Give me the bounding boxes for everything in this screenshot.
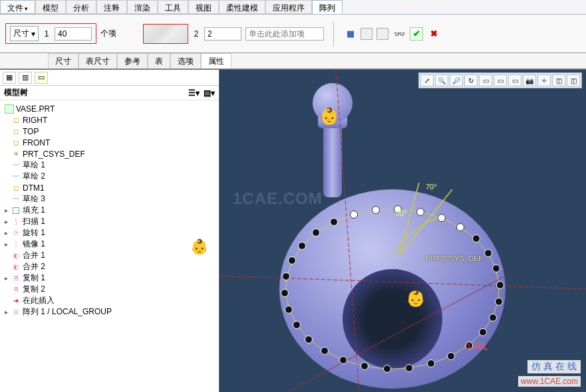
tree-node-dtm1[interactable]: ◻DTM1: [0, 182, 219, 193]
pattern-dot[interactable]: [298, 242, 306, 250]
insert-here-icon: ➔: [11, 296, 21, 306]
angle-90-label: 90°: [396, 209, 407, 217]
menu-view[interactable]: 视图: [188, 0, 219, 14]
menu-file[interactable]: 文件: [0, 0, 35, 14]
pattern-dot[interactable]: [285, 306, 293, 314]
file-icon: [5, 104, 14, 114]
pattern-dot[interactable]: [405, 364, 413, 372]
subtab-properties[interactable]: 属性: [201, 53, 231, 68]
svg-line-3: [399, 189, 452, 256]
expand-icon[interactable]: ▸: [3, 218, 9, 225]
tree-node-insert-here[interactable]: ➔在此插入: [0, 295, 219, 306]
pattern-dot[interactable]: [383, 365, 391, 373]
tree-node-sketch3[interactable]: 〰草绘 3: [0, 193, 219, 205]
tree-node-fill1[interactable]: ▸填充 1: [0, 205, 219, 216]
dir2-count-input[interactable]: [204, 27, 241, 41]
dir1-items-label: 个项: [100, 28, 116, 39]
subtab-table[interactable]: 表: [148, 53, 170, 68]
expand-icon[interactable]: ▸: [3, 207, 9, 214]
pause-icon[interactable]: ▮▮: [343, 27, 357, 41]
expand-icon[interactable]: ▸: [3, 241, 9, 248]
menu-analysis[interactable]: 分析: [66, 0, 96, 14]
dimension-type-dropdown[interactable]: 尺寸▾: [10, 26, 39, 41]
opt-icon-1[interactable]: [361, 28, 372, 40]
pattern-dot[interactable]: [447, 352, 455, 360]
menu-tools[interactable]: 工具: [158, 0, 188, 14]
expand-icon[interactable]: ▸: [3, 274, 9, 282]
fill-icon: [11, 206, 21, 215]
pattern-dot[interactable]: [438, 214, 446, 222]
tree-node-revolve1[interactable]: ▸⟳旋转 1: [0, 227, 219, 239]
tree-root-label: VASE.PRT: [16, 104, 55, 114]
tree-node-front[interactable]: ◻FRONT: [0, 137, 219, 148]
subtab-table-dim[interactable]: 表尺寸: [78, 53, 117, 68]
tree-tb-icon-3[interactable]: ▭: [35, 72, 48, 84]
pattern-dot[interactable]: [288, 256, 296, 264]
tree-node-copy1[interactable]: ▸⎘复制 1: [0, 272, 219, 284]
pattern-dot[interactable]: [456, 223, 464, 231]
expand-icon[interactable]: ▸: [3, 229, 9, 237]
expand-icon[interactable]: ▸: [3, 308, 9, 316]
ok-button[interactable]: ✔: [410, 27, 423, 41]
dir1-count-input[interactable]: [55, 27, 92, 41]
mascot-icon: 👶: [319, 107, 339, 126]
tree-node-sketch2[interactable]: 〰草绘 2: [0, 171, 219, 182]
svg-line-4: [399, 183, 419, 256]
menu-flexible[interactable]: 柔性建模: [219, 0, 265, 14]
tree-tb-icon-2[interactable]: ▥: [19, 72, 32, 84]
pattern-dot[interactable]: [496, 281, 504, 289]
svg-line-0: [336, 70, 359, 392]
pattern-dot[interactable]: [350, 211, 358, 219]
plane-icon: ◻: [11, 183, 21, 193]
plane-icon: ◻: [11, 116, 21, 125]
subtab-options[interactable]: 选项: [170, 53, 201, 68]
tree-node-top[interactable]: ◻TOP: [0, 126, 219, 137]
watermark: 1CAE.COM: [233, 189, 323, 208]
menu-annotate[interactable]: 注释: [96, 0, 127, 14]
tree-node-right[interactable]: ◻RIGHT: [0, 114, 219, 126]
model-tree[interactable]: VASE.PRT ◻RIGHT ◻TOP ◻FRONT ✳PRT_CSYS_DE…: [0, 100, 219, 320]
plane-icon: ◻: [11, 138, 21, 147]
menu-pattern[interactable]: 阵列: [312, 0, 343, 14]
tree-tb-icon-1[interactable]: ▦: [3, 72, 16, 84]
dimension-type-label: 尺寸: [13, 28, 29, 39]
pattern-dot[interactable]: [484, 249, 492, 257]
tree-node-copy2[interactable]: ⎘复制 2: [0, 284, 219, 295]
copy-icon: ⎘: [11, 285, 21, 294]
mirror-icon: ⦚: [11, 240, 21, 249]
sweep-icon: ⟆: [11, 217, 21, 227]
3d-viewport[interactable]: ⤢ 🔍 🔎 ↻ ▭ ▭ ▭ 📷 ✧ ◫ ◫ 70°: [220, 69, 586, 392]
add-item-hint[interactable]: [245, 27, 324, 41]
pattern-dot[interactable]: [305, 336, 313, 343]
pattern-dot[interactable]: [361, 362, 368, 370]
tree-node-merge2[interactable]: ◐合并 2: [0, 261, 219, 272]
tree-node-mirror1[interactable]: ▸⦚镜像 1: [0, 239, 219, 250]
tree-settings-icon[interactable]: ▤▾: [204, 88, 215, 98]
pattern-dot[interactable]: [495, 298, 503, 306]
tree-node-pattern1[interactable]: ▸⊞阵列 1 / LOCAL_GROUP: [0, 306, 219, 318]
csys-label: PRT2CSYS_DEF: [426, 254, 483, 262]
pattern-subtab-bar: 尺寸 表尺寸 参考 表 选项 属性: [0, 53, 586, 69]
menu-render[interactable]: 渲染: [127, 0, 158, 14]
tree-root[interactable]: VASE.PRT: [0, 103, 219, 114]
subtab-dimension[interactable]: 尺寸: [48, 53, 78, 68]
merge-icon: ◐: [11, 262, 21, 272]
pattern-dot[interactable]: [416, 208, 424, 216]
tree-node-merge1[interactable]: ◐合并 1: [0, 250, 219, 261]
main-menu-bar: 文件 模型 分析 注释 渲染 工具 视图 柔性建模 应用程序 阵列: [0, 0, 586, 15]
tree-node-sketch1[interactable]: 〰草绘 1: [0, 159, 219, 171]
cancel-button[interactable]: ✖: [427, 27, 440, 41]
tree-node-csys[interactable]: ✳PRT_CSYS_DEF: [0, 148, 219, 159]
chevron-down-icon: ▾: [31, 29, 35, 39]
tree-filter-icon[interactable]: ☰▾: [188, 88, 200, 98]
pattern-dot[interactable]: [427, 359, 435, 367]
site-link: www.1CAE.com: [518, 376, 581, 387]
sketch-icon: 〰: [11, 161, 21, 170]
angle-70-label: 70°: [426, 183, 437, 191]
preview-icon[interactable]: 👓: [392, 27, 406, 41]
menu-apps[interactable]: 应用程序: [265, 0, 312, 14]
opt-icon-2[interactable]: [376, 28, 388, 40]
tree-node-sweep1[interactable]: ▸⟆扫描 1: [0, 216, 219, 227]
subtab-reference[interactable]: 参考: [117, 53, 148, 68]
menu-model[interactable]: 模型: [35, 0, 66, 14]
